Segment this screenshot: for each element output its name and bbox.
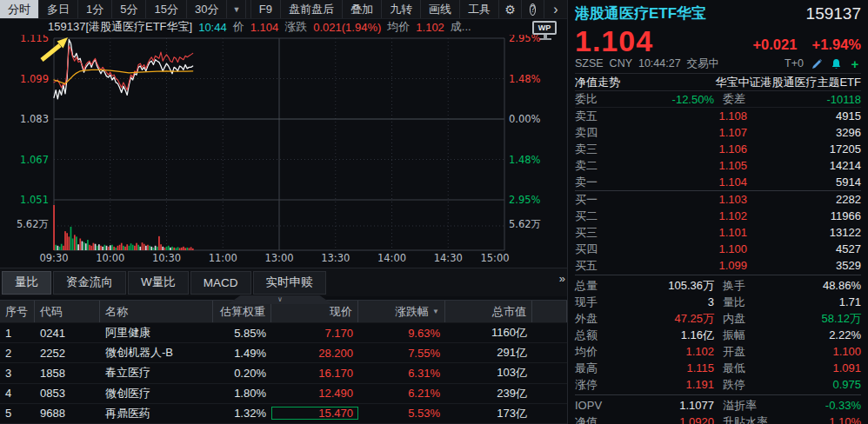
bid-row-2[interactable]: 买二1.10211966 [575,208,861,224]
col-header-3[interactable]: 名称 [100,301,213,322]
stat-value: 1.0920 [617,415,714,424]
col-header-1[interactable]: 序号 [0,301,35,322]
table-row[interactable]: 59688再鼎医药1.32%15.4705.53%173亿 [0,404,567,424]
period-tab-6[interactable]: 30分 [187,0,227,18]
alert-bell-icon[interactable] [830,57,842,70]
ask-row-1[interactable]: 卖五1.1084915 [575,108,861,124]
period-tab-2[interactable]: 多日 [39,0,78,18]
tool-button-1[interactable]: F9 [250,0,281,18]
col-header-label: 总市值 [492,304,526,320]
exchange-status: SZSE CNY 10:44:27 交易中 [575,56,719,71]
volume-bar [89,245,90,250]
market-cap-cell: 173亿 [445,406,532,421]
edit-pencil-icon[interactable] [811,57,823,70]
underlying-fund-name: 华宝中证港股通医疗主题ETF [715,75,861,90]
stat-label: 换手 [723,278,775,294]
stock-name: 微创医疗 [100,386,213,401]
market-cap-cell: 239亿 [445,386,532,401]
col-header-label: 代码 [40,304,63,320]
volume-bar [155,246,157,250]
price-change: +0.021 +1.94% [752,36,861,56]
tool-button-4[interactable]: 九转 [382,0,421,18]
table-row[interactable]: 10241阿里健康5.85%7.1709.63%1160亿 [0,323,567,343]
quote-price: 1.104 [250,21,279,34]
more-tools-chevron-icon[interactable]: › [544,0,567,18]
row-index: 1 [0,327,35,340]
volume-bar [145,246,147,250]
row-index: 3 [0,367,35,380]
period-tab-1[interactable]: 分时 [0,0,39,18]
quote-summary-line: 159137[港股通医疗ETF华宝] 10:44 价 1.104 涨跌 0.02… [0,19,567,35]
tool-button-2[interactable]: 盘前盘后 [281,0,343,18]
stat-row-7: 涨停1.191跌停0.975 [575,376,861,393]
period-tab-4[interactable]: 5分 [112,0,146,18]
volume-bar [124,247,126,250]
bid-levels: 买一1.1032282买二1.10211966买三1.10113122买四1.1… [575,190,861,274]
bid-row-1[interactable]: 买一1.1032282 [575,191,861,208]
stat-value: 105.36万 [617,278,714,294]
collapse-handle[interactable]: ∨ [228,295,332,304]
ask-row-5[interactable]: 卖一1.1045914 [575,174,861,190]
indicator-tab-4[interactable]: MACD [190,271,251,295]
nav-trend-row[interactable]: 净值走势 华宝中证港股通医疗主题ETF [575,73,861,91]
stat-label: 振幅 [723,328,775,343]
panel-title-row: 港股通医疗ETF华宝 159137 [575,0,861,24]
stat-label: 内盘 [723,311,775,327]
volume-bar [189,248,190,250]
tool-button-3[interactable]: 叠加 [343,0,382,18]
col-header-6[interactable]: 涨跌幅▼ [358,301,445,322]
exchange-label: SZSE [575,57,604,70]
table-row[interactable]: 31858春立医疗0.20%16.1706.31%103亿 [0,363,567,383]
volume-bar [68,236,70,250]
help-icon[interactable]: ? [522,0,544,18]
weicha-value: -10118 [775,93,861,106]
panel-info-row: SZSE CNY 10:44:27 交易中 T+0 + [575,56,861,71]
time-axis-label: 13:30 [321,252,350,264]
weicha-label: 委差 [723,91,775,107]
stat-value: 1.100 [775,345,861,358]
table-row[interactable]: 40853微创医疗1.80%12.4906.21%239亿 [0,384,567,404]
add-to-watchlist-icon[interactable]: + [849,57,861,70]
volume-bar [121,243,123,250]
price-label: 价 [233,19,244,35]
ask-volume: 3296 [747,126,861,139]
indicator-tab-2[interactable]: 资金流向 [53,271,126,295]
time-axis-label: 14:00 [377,252,406,264]
period-more-caret-icon[interactable]: ▼ [227,0,246,18]
tool-button-6[interactable]: 工具 [460,0,499,18]
intraday-chart[interactable]: 1.1151.0991.0831.0671.0512.95%1.48%0.00%… [0,35,567,268]
period-tab-3[interactable]: 1分 [78,0,112,18]
volume-bar [136,243,137,250]
avg-price-line [54,70,193,83]
ask-row-2[interactable]: 卖四1.1073296 [575,124,861,141]
sort-desc-icon: ▼ [432,308,439,315]
bid-row-5[interactable]: 买五1.0993529 [575,257,861,274]
ask-price: 1.105 [617,159,747,172]
volume-bar [157,247,158,250]
tool-button-5[interactable]: 画线 [421,0,460,18]
volume-bar [166,247,168,250]
stat-label: 均价 [575,344,617,360]
period-tab-5[interactable]: 15分 [146,0,186,18]
change-cell: 6.31% [358,367,445,380]
stat-value: 1.16亿 [617,328,714,343]
volume-bar [186,248,188,250]
indicator-tab-3[interactable]: W量比 [128,271,189,295]
col-header-7[interactable]: 总市值 [445,301,532,322]
bid-row-4[interactable]: 买四1.1004527 [575,241,861,257]
stat-value: 1.115 [617,361,714,374]
bid-row-3[interactable]: 买三1.10113122 [575,224,861,241]
ask-row-4[interactable]: 卖二1.10514214 [575,157,861,174]
indicator-tab-1[interactable]: 量比 [2,271,51,295]
table-row[interactable]: 22252微创机器人-B1.49%28.2007.55%291亿 [0,343,567,363]
weight-cell: 5.85% [213,327,271,340]
stat-value: 1.191 [617,378,714,391]
bid-label: 买四 [575,242,617,257]
col-header-2[interactable]: 代码 [35,301,100,322]
stat-row-2: 现手3量比1.71 [575,294,861,310]
ask-row-3[interactable]: 卖三1.10617205 [575,141,861,157]
indicator-tab-5[interactable]: 实时申赎 [253,271,326,295]
stat-label: 现手 [575,295,617,310]
settings-gear-icon[interactable]: ⚙ [499,0,522,18]
expand-panel-icon[interactable]: » [559,272,565,285]
